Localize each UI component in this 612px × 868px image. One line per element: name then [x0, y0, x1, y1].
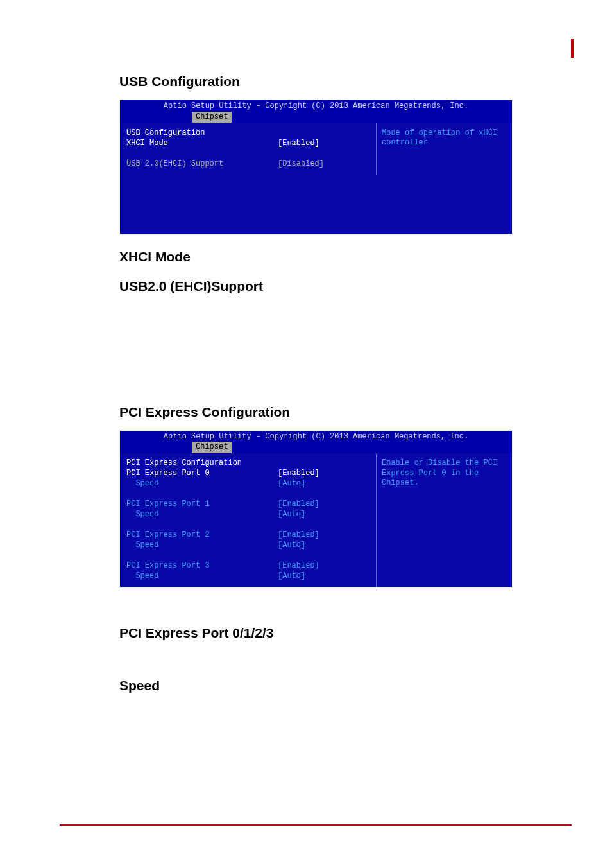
bios-setting-value[interactable]: [Auto]	[278, 541, 370, 551]
bios-empty-area	[120, 175, 512, 234]
bios-setting-row: PCI Express Configuration	[126, 458, 370, 469]
bios-setting-label: PCI Express Port 0	[126, 469, 278, 479]
bios-setting-value	[278, 149, 370, 159]
heading-speed: Speed	[119, 678, 513, 693]
bios-tab-chipset[interactable]: Chipset	[192, 112, 232, 123]
bios-setting-label	[126, 551, 278, 561]
bios-setting-label	[126, 149, 278, 159]
bios-tab-row: Chipset	[120, 442, 512, 453]
bios-setting-row[interactable]: Speed[Auto]	[126, 541, 370, 551]
heading-usb2-ehci: USB2.0 (EHCI)Support	[119, 279, 513, 294]
bios-setting-row: USB Configuration	[126, 128, 370, 139]
page-marker	[571, 39, 574, 58]
bios-left-pane: PCI Express ConfigurationPCI Express Por…	[120, 453, 377, 587]
bios-left-pane: USB ConfigurationXHCI Mode[Enabled]USB 2…	[120, 123, 377, 175]
bios-setting-value	[278, 128, 370, 139]
bios-title: Aptio Setup Utility – Copyright (C) 2013…	[120, 100, 512, 112]
bios-setting-label: PCI Express Port 2	[126, 530, 278, 541]
bios-setting-row[interactable]: PCI Express Port 3[Enabled]	[126, 561, 370, 571]
bios-body: USB ConfigurationXHCI Mode[Enabled]USB 2…	[120, 123, 512, 175]
bios-setting-label: PCI Express Configuration	[126, 458, 278, 469]
bios-setting-row[interactable]: USB 2.0(EHCI) Support[Disabled]	[126, 159, 370, 169]
bios-setting-label: XHCI Mode	[126, 139, 278, 149]
bios-screenshot-pci: Aptio Setup Utility – Copyright (C) 2013…	[119, 430, 513, 589]
bios-setting-row[interactable]: Speed[Auto]	[126, 571, 370, 582]
bios-setting-row[interactable]: Speed[Auto]	[126, 479, 370, 489]
bios-screenshot-usb: Aptio Setup Utility – Copyright (C) 2013…	[119, 100, 513, 235]
bios-help-pane: Mode of operation of xHCI controller	[377, 123, 512, 175]
bios-setting-row[interactable]: XHCI Mode[Enabled]	[126, 139, 370, 149]
bios-tab-chipset[interactable]: Chipset	[192, 442, 232, 453]
bios-setting-value[interactable]: [Disabled]	[278, 159, 370, 169]
bios-setting-label: Speed	[126, 510, 278, 520]
bios-setting-row[interactable]: PCI Express Port 0[Enabled]	[126, 469, 370, 479]
bios-setting-row	[126, 489, 370, 499]
bios-setting-value[interactable]: [Enabled]	[278, 561, 370, 571]
bios-setting-value	[278, 520, 370, 530]
bios-setting-label: Speed	[126, 541, 278, 551]
bios-setting-row	[126, 551, 370, 561]
bios-setting-row	[126, 520, 370, 530]
bios-setting-value[interactable]: [Enabled]	[278, 469, 370, 479]
bios-setting-value[interactable]: [Enabled]	[278, 139, 370, 149]
bios-setting-value[interactable]: [Enabled]	[278, 530, 370, 541]
bios-setting-label	[126, 489, 278, 499]
heading-pci-config: PCI Express Configuration	[119, 404, 513, 420]
page-content: USB Configuration Aptio Setup Utility – …	[0, 0, 513, 693]
bios-setting-value[interactable]: [Auto]	[278, 479, 370, 489]
bios-setting-row	[126, 149, 370, 159]
bios-setting-value	[278, 551, 370, 561]
heading-pci-ports: PCI Express Port 0/1/2/3	[119, 625, 513, 641]
bios-setting-row[interactable]: Speed[Auto]	[126, 510, 370, 520]
bios-setting-value	[278, 458, 370, 469]
heading-usb-config: USB Configuration	[119, 74, 513, 89]
footer-divider	[60, 824, 572, 826]
bios-setting-row[interactable]: PCI Express Port 1[Enabled]	[126, 499, 370, 510]
bios-setting-label: Speed	[126, 479, 278, 489]
bios-setting-value[interactable]: [Enabled]	[278, 499, 370, 510]
bios-tab-row: Chipset	[120, 112, 512, 123]
bios-setting-value	[278, 489, 370, 499]
bios-setting-label: PCI Express Port 1	[126, 499, 278, 510]
bios-setting-value[interactable]: [Auto]	[278, 571, 370, 582]
bios-setting-row[interactable]: PCI Express Port 2[Enabled]	[126, 530, 370, 541]
bios-title: Aptio Setup Utility – Copyright (C) 2013…	[120, 431, 512, 442]
bios-setting-label	[126, 520, 278, 530]
bios-setting-label: USB Configuration	[126, 128, 278, 139]
bios-help-pane: Enable or Disable the PCI Express Port 0…	[377, 453, 512, 587]
bios-setting-label: USB 2.0(EHCI) Support	[126, 159, 278, 169]
bios-setting-value[interactable]: [Auto]	[278, 510, 370, 520]
bios-body: PCI Express ConfigurationPCI Express Por…	[120, 453, 512, 587]
bios-setting-label: Speed	[126, 571, 278, 582]
heading-xhci-mode: XHCI Mode	[119, 249, 513, 265]
bios-setting-label: PCI Express Port 3	[126, 561, 278, 571]
